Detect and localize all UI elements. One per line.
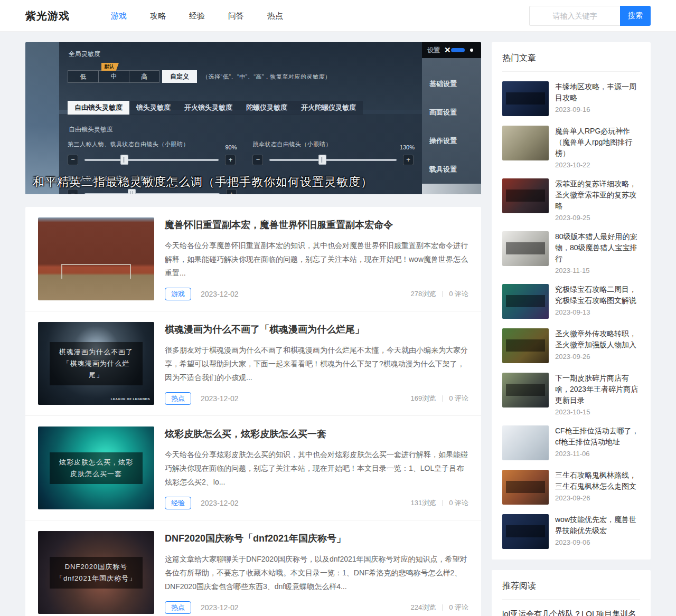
tab-free-camera: 自由镜头灵敏度 (68, 101, 129, 115)
hot-article-item[interactable]: 丰缘地区攻略，丰源一周目攻略 2023-09-16 (502, 81, 640, 116)
nav-item-games[interactable]: 游戏 (111, 11, 127, 21)
hot-article-item[interactable]: CF枪王排位活动去哪了，cf枪王排位活动地址 2023-11-06 (502, 425, 640, 460)
hot-article-item[interactable]: 下一期皮肤碎片商店有啥，2023年王者碎片商店更新目录 2023-10-15 (502, 373, 640, 416)
hot-article-item[interactable]: 三生石攻略鬼枫林路线，三生石鬼枫林怎么走图文 2023-09-26 (502, 470, 640, 505)
article-excerpt: 今天给各位分享魔兽怀旧重置副本宏的知识，其中也会对魔兽世界怀旧服重置副本宏命令进… (165, 239, 468, 280)
article-thumbnail[interactable]: 棋魂漫画为什么不画了「棋魂漫画为什么烂尾」 LEAGUE OF LEGENDS (38, 322, 154, 405)
article-comments: 0 评论 (449, 394, 468, 403)
hot-article-item[interactable]: 魔兽单人RPG必玩神作（魔兽单人rpg地图排行榜） 2023-10-22 (502, 126, 640, 169)
preset-custom-button: 自定义 (162, 70, 197, 83)
article-thumbnail[interactable] (38, 217, 154, 300)
indicator-dot (470, 49, 473, 52)
article-views: 278浏览 (410, 289, 436, 299)
slider-track (84, 159, 219, 161)
goal-graphic (61, 264, 131, 279)
article-title[interactable]: DNF2020国庆称号「dnf2021年国庆称号」 (165, 532, 468, 545)
toggle-pill (451, 48, 465, 52)
tab-fire-camera: 开火镜头灵敏度 (177, 101, 239, 115)
hot-article-thumbnail (502, 470, 549, 505)
free-camera-section-label: 自由镜头灵敏度 (69, 125, 414, 134)
close-icon: ✕ (444, 45, 451, 55)
hero-settings-graphic: 全局灵敏度 默认 低 中 高 自定义 （选择“低”、“中”、“高”，恢复至对应的… (59, 42, 422, 194)
thumbnail-watermark: LEAGUE OF LEGENDS (111, 397, 150, 401)
article-comments: 0 评论 (449, 289, 468, 299)
settings-menu-rail: 设置 ✕ 基础设置 画面设置 操作设置 载具设置 灵敏度设置 (422, 42, 481, 194)
menu-sensitivity-settings: 灵敏度设置 (422, 184, 481, 194)
thumbnail-caption: DNF2020国庆称号「dnf2021年国庆称号」 (50, 557, 143, 589)
menu-control-settings: 操作设置 (422, 127, 481, 155)
settings-title: 设置 (427, 46, 440, 55)
article-tag[interactable]: 热点 (165, 601, 191, 614)
hot-article-item[interactable]: 圣火徽章外传攻略转职，圣火徽章加强版人物加入 2023-09-26 (502, 328, 640, 363)
recommended-reading-card: 推荐阅读 lol亚运会有几个战队？LOL项目集训名 (492, 570, 651, 616)
article-views: 131浏览 (410, 498, 436, 508)
article-date: 2023-12-02 (201, 499, 239, 507)
stats-divider (442, 500, 443, 506)
hot-article-thumbnail (502, 231, 549, 266)
thumbnail-caption: 棋魂漫画为什么不画了「棋魂漫画为什么烂尾」 (50, 342, 143, 385)
tab-gyro: 陀螺仪灵敏度 (239, 101, 294, 115)
slider-track (84, 193, 220, 194)
hot-article-item[interactable]: 究极绿宝石攻略二周目，究极绿宝石攻略图文解说 2023-09-13 (502, 284, 640, 319)
hot-article-item[interactable]: 80级版本猎人最好用的宠物，80级魔兽猎人宝宝排行 2023-11-15 (502, 231, 640, 274)
article-thumbnail[interactable]: 炫彩皮肤怎么买，炫彩皮肤怎么买一套 (38, 427, 154, 509)
nav-item-hot[interactable]: 热点 (267, 11, 283, 21)
sensitivity-tabs: 自由镜头灵敏度 镜头灵敏度 开火镜头灵敏度 陀螺仪灵敏度 开火陀螺仪灵敏度 (68, 101, 363, 115)
hot-article-thumbnail (502, 126, 549, 160)
article-thumbnail[interactable]: DNF2020国庆称号「dnf2021年国庆称号」 (38, 531, 154, 614)
search-box: 搜索 (529, 6, 651, 26)
minus-button: − (252, 155, 263, 165)
plus-button: + (225, 155, 236, 165)
stats-divider (442, 395, 443, 402)
nav-item-guides[interactable]: 攻略 (150, 11, 166, 21)
article-title[interactable]: 棋魂漫画为什么不画了「棋魂漫画为什么烂尾」 (165, 323, 468, 336)
hot-article-thumbnail (502, 284, 549, 319)
article-views: 169浏览 (410, 394, 436, 403)
recommended-reading-title: 推荐阅读 (502, 581, 640, 592)
hot-article-item[interactable]: 索菲亚的复苏详细攻略，圣火徽章索菲亚的复苏攻略 2023-09-25 (502, 178, 640, 222)
search-button[interactable]: 搜索 (620, 6, 651, 26)
article-excerpt: 这篇文章给大家聊聊关于DNF2020国庆称号，以及dnf2021年国庆称号对应的… (165, 552, 468, 593)
article-item: DNF2020国庆称号「dnf2021年国庆称号」 DNF2020国庆称号「dn… (25, 520, 481, 616)
search-input[interactable] (529, 6, 620, 26)
article-excerpt: 很多朋友对于棋魂漫画为什么不画了和棋魂漫画为什么烂尾不太懂，今天就由小编来为大家… (165, 343, 468, 384)
default-badge: 默认 (101, 63, 119, 71)
hero-article-title[interactable]: 和平精英二指最稳灵敏度怎么调（手把手教你如何设置灵敏度） (33, 174, 373, 190)
article-tag[interactable]: 热点 (165, 392, 191, 405)
article-tag[interactable]: 经验 (165, 497, 191, 509)
menu-display-settings: 画面设置 (422, 98, 481, 127)
hero-banner[interactable]: 全局灵敏度 默认 低 中 高 自定义 （选择“低”、“中”、“高”，恢复至对应的… (25, 42, 481, 194)
menu-basic-settings: 基础设置 (422, 70, 481, 98)
site-logo[interactable]: 紫光游戏 (25, 9, 70, 23)
article-stats: 169浏览 0 评论 (410, 394, 468, 403)
article-excerpt: 今天给各位分享炫彩皮肤怎么买的知识，其中也会对炫彩皮肤怎么买一套进行解释，如果能… (165, 448, 468, 489)
slider-value: 90% (225, 144, 237, 150)
article-date: 2023-12-02 (201, 394, 239, 403)
stats-divider (442, 604, 443, 611)
article-item: 棋魂漫画为什么不画了「棋魂漫画为什么烂尾」 LEAGUE OF LEGENDS … (25, 311, 481, 416)
hot-article-thumbnail (502, 425, 549, 460)
article-stats: 278浏览 0 评论 (410, 289, 468, 299)
settings-rail-top: 设置 ✕ (422, 42, 481, 58)
hot-article-thumbnail (502, 81, 549, 116)
nav-item-experience[interactable]: 经验 (189, 11, 205, 21)
article-list: 魔兽怀旧重置副本宏，魔兽世界怀旧服重置副本宏命令 今天给各位分享魔兽怀旧重置副本… (25, 207, 481, 616)
article-title[interactable]: 炫彩皮肤怎么买，炫彩皮肤怎么买一套 (165, 428, 468, 440)
preset-mid-button: 中 (98, 70, 129, 83)
plus-button: + (403, 155, 414, 165)
slider-third-person: 第三人称人物、载具状态自由镜头（小眼睛） − + 90% (68, 140, 236, 165)
hot-article-thumbnail (502, 178, 549, 213)
nav-item-qa[interactable]: 问答 (228, 11, 244, 21)
article-date: 2023-12-02 (201, 290, 239, 298)
article-title[interactable]: 魔兽怀旧重置副本宏，魔兽世界怀旧服重置副本宏命令 (165, 219, 468, 231)
sensitivity-preset-row: 默认 低 中 高 自定义 （选择“低”、“中”、“高”，恢复至对应的灵敏度） (68, 70, 414, 83)
article-tag[interactable]: 游戏 (165, 288, 191, 300)
hot-article-item[interactable]: wow技能优先宏，魔兽世界技能优先级宏 2023-09-06 (502, 514, 640, 549)
divider (502, 599, 640, 600)
hot-articles-card: 热门文章 丰缘地区攻略，丰源一周目攻略 2023-09-16 魔兽单人RPG必玩… (492, 42, 651, 560)
slider-value: 130% (400, 144, 415, 150)
article-views: 224浏览 (410, 603, 436, 612)
global-sensitivity-label: 全局灵敏度 (69, 50, 414, 59)
recommended-article-link[interactable]: lol亚运会有几个战队？LOL项目集训名 (502, 609, 640, 616)
preset-note: （选择“低”、“中”、“高”，恢复至对应的灵敏度） (202, 73, 331, 81)
